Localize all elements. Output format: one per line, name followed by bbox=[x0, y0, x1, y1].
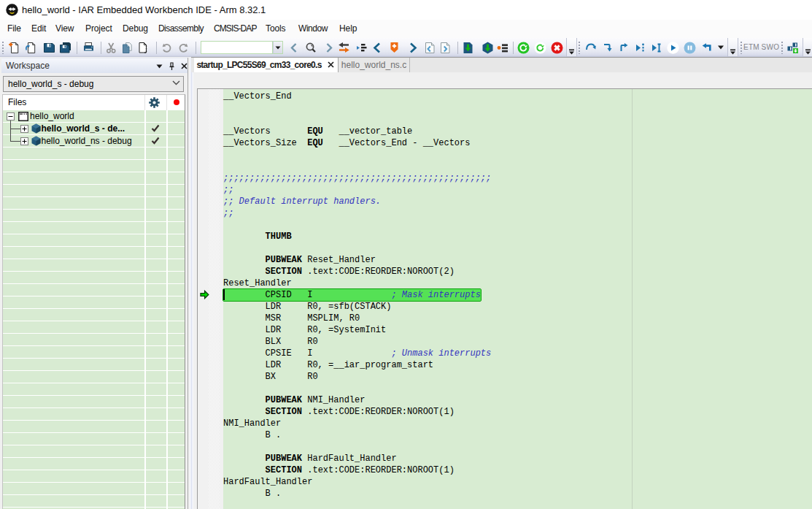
panel-splitter[interactable] bbox=[187, 58, 197, 509]
toolbar-grip[interactable] bbox=[2, 42, 4, 54]
save-all-button[interactable] bbox=[58, 39, 74, 56]
current-statement-highlight: CPSID I ; Mask interrupts bbox=[223, 289, 481, 301]
etm-button[interactable]: ETM bbox=[742, 39, 761, 56]
undo-button[interactable] bbox=[159, 39, 175, 56]
copy-button[interactable] bbox=[119, 39, 135, 56]
toolbar-overflow-button[interactable] bbox=[803, 38, 812, 57]
chevron-down-icon bbox=[275, 46, 281, 50]
copy-icon bbox=[121, 42, 134, 54]
workspace-config-selector[interactable]: hello_world_s - debug bbox=[3, 76, 184, 92]
next-statement-button[interactable] bbox=[633, 39, 649, 56]
stop-debugging-button[interactable] bbox=[549, 39, 565, 56]
goto-button[interactable] bbox=[354, 39, 370, 56]
download-and-debug-button[interactable] bbox=[460, 39, 476, 56]
next-bookmark-button[interactable] bbox=[404, 39, 420, 56]
tree-row-project-ns[interactable]: hello_world_ns - debug bbox=[3, 135, 185, 148]
gear-icon[interactable] bbox=[149, 97, 160, 108]
workspace-menu-button[interactable] bbox=[154, 61, 165, 72]
tree-row-project-s[interactable]: hello_world_s - de... bbox=[3, 123, 185, 135]
toolbar-separator bbox=[77, 42, 77, 54]
menu-item-window[interactable]: Window bbox=[298, 20, 328, 38]
breakpoints-list-button[interactable] bbox=[495, 39, 511, 56]
run-to-cursor-button[interactable] bbox=[649, 39, 665, 56]
source-editor[interactable]: __Vectors_End__Vectors EQU __vector_tabl… bbox=[197, 88, 812, 509]
toolbar-overflow-button[interactable] bbox=[566, 38, 577, 57]
breakpoint-margin[interactable] bbox=[209, 89, 220, 509]
go-button[interactable] bbox=[665, 39, 681, 56]
save-button[interactable] bbox=[41, 39, 57, 56]
toggle-bookmark-icon bbox=[388, 42, 401, 54]
menu-item-tools[interactable]: Tools bbox=[266, 20, 286, 38]
workspace-pin-button[interactable] bbox=[166, 61, 177, 72]
reset-button[interactable] bbox=[516, 39, 532, 56]
code-line: MSR MSPLIM, R0 bbox=[223, 313, 491, 324]
code-area[interactable]: __Vectors_End__Vectors EQU __vector_tabl… bbox=[223, 91, 491, 509]
code-line: CPSID I ; Mask interrupts bbox=[223, 289, 491, 301]
expand-icon[interactable] bbox=[20, 125, 28, 133]
navigate-forward-button[interactable] bbox=[438, 39, 454, 56]
window-title: hello_world - IAR Embedded Workbench IDE… bbox=[22, 0, 266, 20]
redo-icon bbox=[177, 42, 190, 54]
toggle-bookmark-button[interactable] bbox=[386, 39, 402, 56]
code-line: BLX R0 bbox=[223, 336, 491, 348]
breakpoint-column-icon[interactable] bbox=[174, 99, 179, 105]
step-over-icon bbox=[585, 42, 598, 54]
menu-item-cmsis-dap[interactable]: CMSIS-DAP bbox=[214, 20, 257, 38]
expand-icon[interactable] bbox=[20, 137, 28, 145]
menu-item-edit[interactable]: Edit bbox=[31, 20, 46, 38]
workspace-panel: Workspace hello_world_s - debug bbox=[1, 58, 187, 509]
quick-search-input[interactable] bbox=[201, 41, 273, 54]
menu-item-help[interactable]: Help bbox=[339, 20, 357, 38]
quick-search-dropdown-button[interactable] bbox=[273, 41, 283, 54]
splitter-stripe bbox=[190, 58, 193, 509]
code-line bbox=[223, 149, 491, 161]
dropdown-icon bbox=[717, 44, 724, 51]
menu-item-disassembly[interactable]: Disassembly bbox=[158, 20, 204, 38]
code-line bbox=[223, 242, 491, 254]
editor-tab-hello_world_ns.c[interactable]: hello_world_ns.c bbox=[339, 58, 410, 72]
previous-bookmark-button[interactable] bbox=[369, 39, 385, 56]
replace-icon bbox=[338, 42, 350, 53]
redo-button[interactable] bbox=[176, 39, 192, 56]
toolbar-overflow-button[interactable] bbox=[727, 38, 738, 57]
overflow-chevron-icon bbox=[730, 49, 736, 55]
step-over-button[interactable] bbox=[583, 39, 599, 56]
break-button[interactable] bbox=[682, 39, 698, 56]
grid-column-line bbox=[166, 110, 168, 509]
collapse-icon[interactable] bbox=[7, 112, 15, 120]
new-document-button[interactable] bbox=[7, 39, 23, 56]
menu-item-file[interactable]: File bbox=[7, 20, 21, 38]
overflow-chevron-icon bbox=[805, 49, 811, 55]
navigate-back-button[interactable] bbox=[422, 39, 438, 56]
reload-button[interactable] bbox=[532, 39, 548, 56]
close-tab-icon[interactable] bbox=[328, 61, 334, 68]
print-button[interactable] bbox=[80, 39, 96, 56]
code-line: SECTION .text:CODE:REORDER:NOROOT(1) bbox=[223, 464, 491, 476]
find-next-button[interactable] bbox=[320, 39, 336, 56]
project-icon bbox=[31, 136, 41, 146]
grid-column-line bbox=[144, 95, 145, 110]
cut-button[interactable] bbox=[103, 39, 119, 56]
dropdown-button[interactable] bbox=[713, 39, 729, 56]
code-line bbox=[223, 500, 491, 509]
files-column-header[interactable]: Files bbox=[8, 95, 26, 110]
editor-tab-startup_LPC55S69_cm33_core0.s[interactable]: startup_LPC55S69_cm33_core0.s bbox=[194, 58, 339, 72]
menu-item-view[interactable]: View bbox=[55, 20, 74, 38]
debug-without-downloading-button[interactable] bbox=[479, 39, 495, 56]
paste-button[interactable] bbox=[135, 39, 151, 56]
trace-blocks-icon bbox=[786, 42, 799, 54]
tree-row-workspace[interactable]: hello_world bbox=[3, 110, 185, 123]
swo-button[interactable]: SWO bbox=[761, 39, 780, 56]
open-document-button[interactable] bbox=[23, 39, 39, 56]
menu-item-debug[interactable]: Debug bbox=[123, 20, 148, 38]
trace-blocks-button[interactable] bbox=[785, 39, 801, 56]
navigate-back-icon bbox=[424, 42, 436, 54]
menu-item-project[interactable]: Project bbox=[85, 20, 112, 38]
step-into-button[interactable] bbox=[600, 39, 616, 56]
replace-button[interactable] bbox=[336, 39, 352, 56]
step-out-button[interactable] bbox=[616, 39, 633, 56]
find-previous-button[interactable] bbox=[286, 39, 302, 56]
find-button[interactable] bbox=[303, 39, 319, 56]
toolbar-grip[interactable] bbox=[579, 42, 580, 54]
toolbar-grip[interactable] bbox=[781, 42, 783, 54]
